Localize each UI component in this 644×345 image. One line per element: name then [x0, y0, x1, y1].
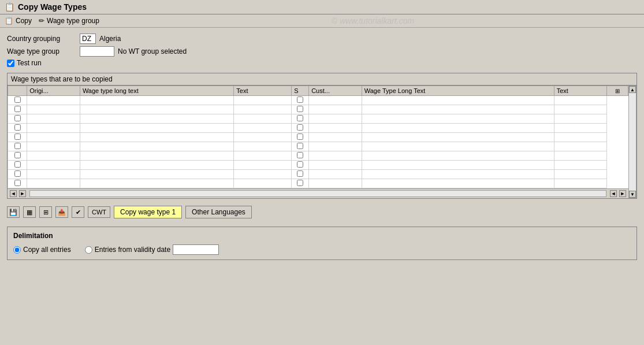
row-checkbox[interactable] [14, 143, 21, 149]
cell-custlong[interactable] [362, 151, 554, 161]
cell-orig[interactable] [27, 105, 80, 114]
cell-orig[interactable] [27, 161, 80, 170]
cell-custlong[interactable] [362, 170, 554, 179]
cell-longtext[interactable] [80, 142, 233, 151]
icon-btn-5[interactable]: ✔ [72, 206, 84, 218]
cell-cust[interactable] [309, 151, 362, 161]
cell-longtext[interactable] [80, 161, 233, 170]
cell-custtext[interactable] [554, 142, 607, 151]
cell-orig[interactable] [27, 114, 80, 124]
cell-longtext[interactable] [80, 179, 233, 188]
row-checkbox[interactable] [14, 152, 21, 158]
row-checkbox[interactable] [14, 180, 21, 186]
icon-btn-3[interactable]: ⊞ [39, 206, 52, 218]
cell-custtext[interactable] [554, 96, 607, 105]
validity-date-input[interactable] [173, 244, 219, 255]
cell-s[interactable] [297, 133, 303, 140]
scroll-right2-btn[interactable]: ► [619, 190, 626, 197]
other-languages-button[interactable]: Other Languages [185, 206, 252, 218]
horizontal-scrollbar[interactable] [29, 190, 606, 197]
cell-orig[interactable] [27, 124, 80, 133]
cell-custtext[interactable] [554, 161, 607, 170]
row-checkbox[interactable] [14, 106, 21, 112]
cell-cust[interactable] [309, 179, 362, 188]
cell-custtext[interactable] [554, 170, 607, 179]
th-icon[interactable]: ⊞ [607, 86, 628, 96]
cell-cust[interactable] [309, 96, 362, 105]
scroll-left-btn[interactable]: ◄ [10, 190, 17, 197]
cell-orig[interactable] [27, 179, 80, 188]
cell-longtext[interactable] [80, 114, 233, 124]
cell-custtext[interactable] [554, 105, 607, 114]
icon-btn-1[interactable]: 💾 [7, 206, 20, 218]
entries-from-radio[interactable] [85, 246, 92, 254]
cell-text[interactable] [234, 114, 292, 124]
cell-longtext[interactable] [80, 133, 233, 142]
cell-longtext[interactable] [80, 96, 233, 105]
cell-s[interactable] [297, 161, 303, 168]
row-checkbox[interactable] [14, 161, 21, 168]
cell-text[interactable] [234, 105, 292, 114]
scroll-down-btn[interactable]: ▼ [629, 191, 636, 198]
copy-all-radio[interactable] [13, 246, 21, 254]
cell-text[interactable] [234, 124, 292, 133]
cell-s[interactable] [297, 115, 303, 121]
cell-custtext[interactable] [554, 124, 607, 133]
cell-s[interactable] [297, 143, 303, 149]
cell-custtext[interactable] [554, 133, 607, 142]
cell-cust[interactable] [309, 142, 362, 151]
cell-s[interactable] [297, 124, 303, 131]
copy-wage-type-button[interactable]: Copy wage type 1 [114, 206, 182, 218]
wage-type-group-input[interactable] [80, 46, 114, 57]
cell-cust[interactable] [309, 114, 362, 124]
scroll-left2-btn[interactable]: ◄ [610, 190, 617, 197]
cell-orig[interactable] [27, 170, 80, 179]
cell-text[interactable] [234, 151, 292, 161]
cell-custtext[interactable] [554, 151, 607, 161]
icon-btn-4[interactable]: 📤 [55, 206, 68, 218]
icon-btn-2[interactable]: ▦ [23, 206, 36, 218]
cell-orig[interactable] [27, 151, 80, 161]
row-checkbox[interactable] [14, 97, 21, 103]
cell-custlong[interactable] [362, 161, 554, 170]
cell-orig[interactable] [27, 133, 80, 142]
cell-s[interactable] [297, 152, 303, 158]
cell-cust[interactable] [309, 133, 362, 142]
cell-custlong[interactable] [362, 124, 554, 133]
cell-text[interactable] [234, 133, 292, 142]
cell-longtext[interactable] [80, 124, 233, 133]
cell-s[interactable] [297, 180, 303, 186]
cell-custlong[interactable] [362, 179, 554, 188]
cell-cust[interactable] [309, 105, 362, 114]
cell-s[interactable] [297, 97, 303, 103]
cell-longtext[interactable] [80, 170, 233, 179]
cell-longtext[interactable] [80, 151, 233, 161]
cell-s[interactable] [297, 106, 303, 112]
toolbar-wage-type-group[interactable]: ✏ Wage type group [39, 17, 99, 25]
row-checkbox[interactable] [14, 115, 21, 121]
vertical-scrollbar[interactable]: ▲ ▼ [628, 86, 636, 198]
cell-custlong[interactable] [362, 105, 554, 114]
cell-text[interactable] [234, 142, 292, 151]
cell-cust[interactable] [309, 161, 362, 170]
cell-cust[interactable] [309, 124, 362, 133]
cell-custlong[interactable] [362, 96, 554, 105]
scroll-up-btn[interactable]: ▲ [629, 86, 636, 93]
cell-custlong[interactable] [362, 114, 554, 124]
cell-text[interactable] [234, 161, 292, 170]
cell-custtext[interactable] [554, 114, 607, 124]
scroll-right-btn[interactable]: ► [19, 190, 26, 197]
toolbar-copy[interactable]: 📋 Copy [5, 17, 32, 25]
cell-text[interactable] [234, 179, 292, 188]
cell-custlong[interactable] [362, 142, 554, 151]
row-checkbox[interactable] [14, 124, 21, 131]
cwt-button[interactable]: CWT [88, 206, 110, 218]
cell-cust[interactable] [309, 170, 362, 179]
cell-custlong[interactable] [362, 133, 554, 142]
cell-text[interactable] [234, 170, 292, 179]
cell-text[interactable] [234, 96, 292, 105]
cell-orig[interactable] [27, 96, 80, 105]
row-checkbox[interactable] [14, 170, 21, 177]
test-run-checkbox[interactable] [7, 60, 14, 67]
cell-orig[interactable] [27, 142, 80, 151]
